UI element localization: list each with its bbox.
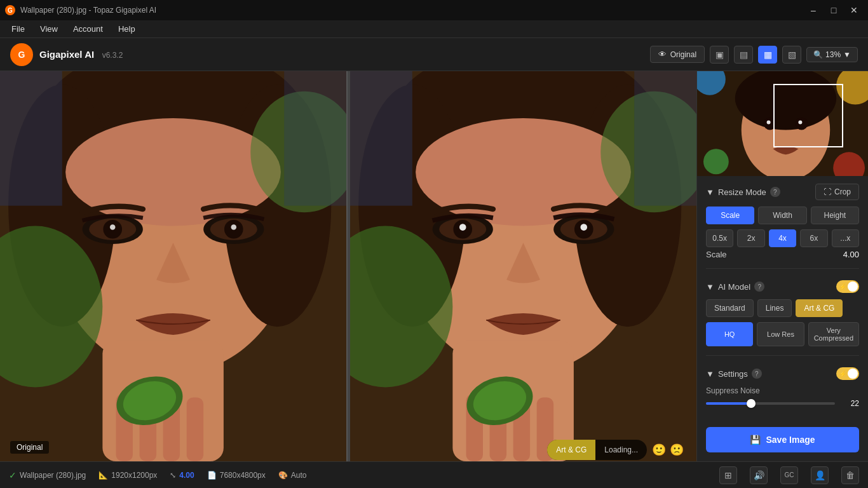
scale-custom-button[interactable]: ...x bbox=[832, 229, 859, 247]
scale-4x-button[interactable]: 4x bbox=[769, 229, 796, 247]
svg-rect-25 bbox=[0, 71, 62, 206]
suppress-noise-thumb[interactable] bbox=[747, 399, 756, 408]
menu-file[interactable]: File bbox=[5, 22, 31, 36]
thumbnail-area bbox=[697, 71, 868, 176]
ai-model-title: ▼ AI Model ? bbox=[706, 281, 764, 292]
scale-6x-button[interactable]: 6x bbox=[800, 229, 827, 247]
menubar: File View Account Help bbox=[0, 20, 868, 38]
window-controls: – □ ✕ bbox=[804, 4, 863, 17]
thumbs-up-button[interactable]: 🙂 bbox=[652, 443, 666, 457]
original-panel: Original bbox=[0, 71, 348, 461]
minimize-button[interactable]: – bbox=[804, 4, 822, 17]
check-icon: ✓ bbox=[9, 470, 17, 480]
ai-model-header: ▼ AI Model ? bbox=[706, 280, 859, 293]
enhanced-panel: Art & CG Loading... 🙂 🙁 bbox=[350, 71, 696, 461]
settings-title: ▼ Settings ? bbox=[706, 369, 762, 379]
suppress-noise-label: Suppress Noise bbox=[706, 386, 859, 395]
svg-point-11 bbox=[110, 224, 115, 229]
bottom-bar: ✓ Wallpaper (280).jpg 📐 1920x1200px ⤡ 4.… bbox=[0, 461, 868, 488]
width-mode-button[interactable]: Width bbox=[758, 207, 806, 224]
scale-label: 4.00 bbox=[179, 471, 194, 480]
svg-rect-51 bbox=[634, 71, 696, 206]
loading-status: Loading... bbox=[595, 445, 647, 454]
scale-value-row: Scale 4.00 bbox=[706, 250, 859, 259]
settings-arrow: ▼ bbox=[706, 369, 714, 379]
view-split-v-button[interactable]: ▤ bbox=[734, 46, 753, 64]
loading-pill: Art & CG Loading... bbox=[547, 440, 647, 460]
input-res-item: 📐 1920x1200px bbox=[98, 471, 157, 480]
scale-2x-button[interactable]: 2x bbox=[737, 229, 764, 247]
panel-content: ▼ Resize Mode ? ⛶ Crop Scale Width Heigh… bbox=[697, 176, 868, 422]
ai-help-badge[interactable]: ? bbox=[754, 281, 764, 292]
art-cg-model-button[interactable]: Art & CG bbox=[796, 299, 843, 317]
filename-item: ✓ Wallpaper (280).jpg bbox=[9, 470, 86, 480]
maximize-button[interactable]: □ bbox=[825, 4, 843, 17]
menu-view[interactable]: View bbox=[34, 22, 64, 36]
loading-bar: Art & CG Loading... 🙂 🙁 bbox=[350, 438, 696, 461]
settings-toggle-knob bbox=[848, 369, 858, 379]
settings-header: ▼ Settings ? bbox=[706, 367, 859, 380]
settings-help-badge[interactable]: ? bbox=[752, 369, 762, 379]
ai-model-toggle[interactable] bbox=[836, 280, 859, 293]
original-toggle-button[interactable]: Original bbox=[650, 46, 705, 63]
suppress-noise-fill bbox=[706, 402, 751, 405]
right-settings-panel: ▼ Resize Mode ? ⛶ Crop Scale Width Heigh… bbox=[696, 71, 868, 461]
scale-value: 4.00 bbox=[843, 250, 859, 259]
hq-sub-button[interactable]: HQ bbox=[706, 322, 753, 346]
auto-label: Auto bbox=[291, 471, 307, 480]
view-controls: Original ▣ ▤ ▦ ▧ 🔍 13% ▼ bbox=[650, 46, 858, 64]
view-side-button[interactable]: ▧ bbox=[782, 46, 801, 64]
input-res-label: 1920x1200px bbox=[111, 471, 157, 480]
crop-button[interactable]: ⛶ Crop bbox=[815, 184, 859, 200]
settings-section: ▼ Settings ? Suppress Noise bbox=[706, 367, 859, 414]
eye-icon bbox=[658, 50, 667, 59]
view-quad-icon: ▦ bbox=[764, 50, 772, 60]
view-side-icon: ▧ bbox=[788, 50, 796, 60]
lines-model-button[interactable]: Lines bbox=[757, 299, 792, 317]
titlebar: G Wallpaper (280).jpg - Topaz Gigapixel … bbox=[0, 0, 868, 20]
save-image-button[interactable]: 💾 Save Image bbox=[706, 427, 859, 452]
zoom-control[interactable]: 🔍 13% ▼ bbox=[806, 47, 858, 62]
svg-point-62 bbox=[798, 121, 802, 125]
scale-arrow-icon: ⤡ bbox=[170, 471, 176, 480]
menu-account[interactable]: Account bbox=[67, 22, 109, 36]
suppress-noise-row: Suppress Noise 22 bbox=[706, 386, 859, 408]
view-quad-button[interactable]: ▦ bbox=[758, 46, 777, 64]
view-single-icon: ▣ bbox=[715, 50, 724, 60]
settings-toggle[interactable] bbox=[836, 367, 859, 380]
close-button[interactable]: ✕ bbox=[845, 4, 863, 17]
svg-rect-20 bbox=[187, 397, 203, 461]
loading-model-label: Art & CG bbox=[547, 440, 595, 460]
user-button[interactable]: 👤 bbox=[811, 466, 829, 484]
gc-label: GC bbox=[785, 471, 794, 478]
divider-1 bbox=[706, 268, 859, 269]
zoom-icon: 🔍 bbox=[813, 50, 823, 59]
svg-point-56 bbox=[703, 149, 729, 174]
feedback-buttons: 🙂 🙁 bbox=[652, 443, 684, 457]
resize-help-badge[interactable]: ? bbox=[770, 187, 780, 197]
resize-mode-title: ▼ Resize Mode ? bbox=[706, 187, 780, 197]
thumbs-down-button[interactable]: 🙁 bbox=[670, 443, 684, 457]
scale-mode-button[interactable]: Scale bbox=[706, 207, 754, 224]
zoom-chevron: ▼ bbox=[843, 50, 851, 59]
low-res-sub-button[interactable]: Low Res bbox=[757, 322, 804, 346]
scale-05x-button[interactable]: 0.5x bbox=[706, 229, 733, 247]
height-mode-button[interactable]: Height bbox=[811, 207, 859, 224]
view-single-button[interactable]: ▣ bbox=[710, 46, 729, 64]
menu-help[interactable]: Help bbox=[112, 22, 142, 36]
svg-point-36 bbox=[459, 224, 466, 231]
input-res-icon: 📐 bbox=[98, 471, 108, 480]
very-compressed-sub-button[interactable]: Very Compressed bbox=[808, 322, 859, 346]
resize-mode-header: ▼ Resize Mode ? ⛶ Crop bbox=[706, 184, 859, 200]
gc-button[interactable]: GC bbox=[780, 466, 798, 484]
ai-model-buttons: Standard Lines Art & CG bbox=[706, 299, 859, 317]
svg-rect-50 bbox=[350, 71, 412, 206]
standard-model-button[interactable]: Standard bbox=[706, 299, 754, 317]
output-res-icon: 📄 bbox=[207, 471, 217, 480]
resize-mode-section: ▼ Resize Mode ? ⛶ Crop Scale Width Heigh… bbox=[706, 184, 859, 259]
suppress-noise-value: 22 bbox=[841, 399, 859, 408]
audio-button[interactable]: 🔊 bbox=[750, 466, 768, 484]
logo-area: G Gigapixel AI v6.3.2 bbox=[10, 43, 123, 66]
trash-button[interactable]: 🗑 bbox=[841, 466, 859, 484]
grid-view-button[interactable]: ⊞ bbox=[719, 466, 737, 484]
